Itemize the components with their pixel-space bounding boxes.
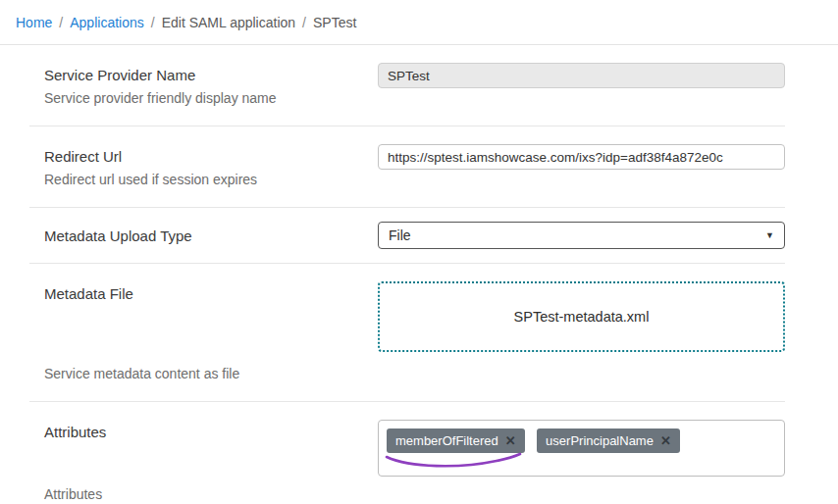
redirect-url-help: Redirect url used if session expires [44,172,358,187]
breadcrumb-applications-link[interactable]: Applications [70,15,144,30]
form-row-service-provider-name: Service Provider Name Service provider f… [29,45,785,126]
attribute-tag: userPrincipalName ✕ [537,428,680,453]
attributes-tag-input[interactable]: memberOfFiltered ✕ userPrincipalName ✕ [378,420,785,477]
label-column: Metadata File Service metadata content a… [29,281,378,381]
redirect-url-label: Redirect Url [44,144,358,165]
remove-tag-icon[interactable]: ✕ [505,434,516,447]
breadcrumb-separator: / [151,15,155,30]
breadcrumb-home-link[interactable]: Home [16,15,52,30]
attribute-tag-label: memberOfFiltered [395,433,498,448]
input-column: SPTest-metadata.xml [378,281,785,381]
saml-application-form: Service Provider Name Service provider f… [29,45,785,504]
metadata-file-dropzone[interactable]: SPTest-metadata.xml [378,281,785,352]
service-provider-name-input[interactable] [378,63,785,88]
breadcrumb: Home / Applications / Edit SAML applicat… [0,0,838,45]
form-row-attributes: Attributes Attributes memberOfFiltered ✕… [29,402,785,504]
form-row-metadata-file: Metadata File Service metadata content a… [29,264,785,402]
service-provider-name-label: Service Provider Name [44,63,358,83]
metadata-upload-type-select[interactable]: File ▼ [378,222,785,249]
breadcrumb-edit-saml: Edit SAML application [162,15,295,30]
form-row-metadata-upload-type: Metadata Upload Type File ▼ [29,208,785,264]
attribute-tag: memberOfFiltered ✕ [387,428,525,453]
label-column: Metadata Upload Type [29,227,378,244]
redirect-url-input[interactable] [378,144,785,170]
attribute-tag-label: userPrincipalName [546,433,654,448]
label-column: Service Provider Name Service provider f… [29,63,378,106]
input-column [378,144,785,170]
metadata-file-name: SPTest-metadata.xml [514,309,650,325]
form-row-redirect-url: Redirect Url Redirect url used if sessio… [29,126,785,208]
chevron-down-icon: ▼ [765,230,774,240]
annotation-underline [381,452,528,470]
metadata-file-label: Metadata File [44,281,358,302]
input-column: File ▼ [378,222,785,249]
attributes-label: Attributes [44,420,358,440]
input-column: memberOfFiltered ✕ userPrincipalName ✕ [378,420,785,502]
input-column [378,63,785,88]
metadata-file-help: Service metadata content as file [44,366,358,381]
service-provider-name-help: Service provider friendly display name [44,90,358,106]
label-column: Redirect Url Redirect url used if sessio… [29,144,378,187]
attributes-help: Attributes [44,486,358,502]
remove-tag-icon[interactable]: ✕ [660,434,671,447]
breadcrumb-separator: / [302,15,306,30]
breadcrumb-separator: / [59,15,63,30]
metadata-upload-type-label: Metadata Upload Type [44,227,358,244]
label-column: Attributes Attributes [29,420,378,502]
breadcrumb-current-page: SPTest [313,15,356,30]
selected-option-label: File [389,227,411,243]
